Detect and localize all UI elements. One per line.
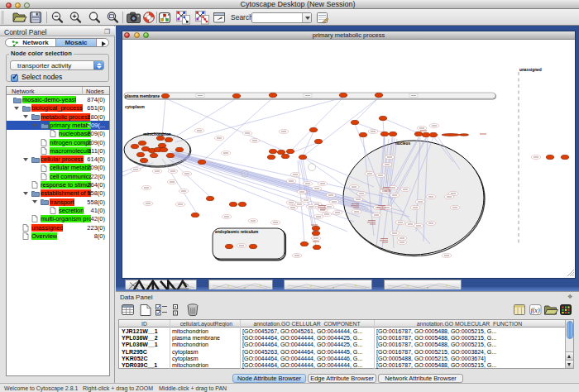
svg-text:mitochondrion: mitochondrion: [143, 132, 171, 136]
svg-text:plasma membrane: plasma membrane: [125, 94, 160, 98]
svg-text:endoplasmic reticulum: endoplasmic reticulum: [215, 230, 258, 234]
svg-text:f(x): f(x): [530, 307, 539, 314]
svg-text:cytoplasm: cytoplasm: [125, 105, 145, 109]
svg-text:unassigned: unassigned: [519, 68, 542, 72]
svg-text:nucleus: nucleus: [395, 141, 410, 146]
